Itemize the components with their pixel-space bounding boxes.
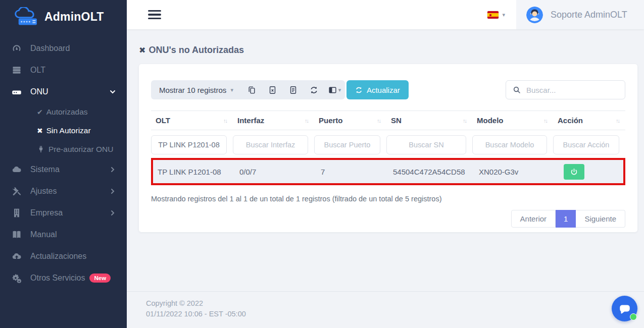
user-name: Soporte AdminOLT [551,10,627,20]
table-header-row: OLT↑↓ Interfaz↑↓ Puerto↑↓ SN↑↓ Modelo↑↓ … [151,111,625,130]
cloud-router-logo-icon [13,7,41,26]
new-badge: New [89,274,111,283]
user-menu[interactable]: Soporte AdminOLT [516,0,644,29]
sidebar-item-label: Otros Servicios [30,274,85,283]
columns-icon [328,86,337,94]
sidebar-item-label: Ajustes [30,187,57,196]
sidebar-item-label: OLT [30,66,45,75]
chevron-right-icon [110,210,116,216]
chevron-down-icon [110,89,116,95]
spain-flag-icon [487,11,499,19]
sidebar-item-label: Manual [30,230,57,239]
chat-widget-button[interactable] [612,296,637,321]
language-selector[interactable]: ▾ [476,0,516,29]
sidebar-item-pre-autorizar-onu[interactable]: Pre-autorizar ONU [0,140,127,158]
gauge-icon [11,43,22,53]
refresh-icon [355,86,363,94]
table-search [506,80,625,99]
column-header-puerto[interactable]: Puerto↑↓ [314,111,386,130]
export-excel-button[interactable] [262,80,283,99]
app-window: AdminOLT Dashboard OLT ONU [0,0,644,328]
filter-input-modelo[interactable] [472,135,547,154]
sort-icon: ↑↓ [616,118,619,124]
power-icon [570,168,578,176]
cell-accion [555,164,623,180]
brand-name: AdminOLT [44,10,104,24]
column-header-modelo[interactable]: Modelo↑↓ [472,111,553,130]
excel-file-icon [268,86,277,94]
cell-modelo: XN020-G3v [474,168,555,176]
caret-down-icon: ▾ [502,12,505,18]
menu-toggle-icon[interactable] [148,8,161,22]
tools-icon [11,186,22,196]
filter-input-olt[interactable] [151,135,227,154]
actualizar-button[interactable]: Actualizar [346,80,409,99]
book-icon [11,229,22,240]
page-title: ✖ ONU's no Autorizadas [139,45,632,56]
sidebar-item-label: Sistema [30,165,60,174]
column-header-sn[interactable]: SN↑↓ [386,111,472,130]
sidebar-item-label: Dashboard [30,44,70,53]
page-length-dropdown[interactable]: Mostrar 10 registros ▾ [151,86,241,94]
sort-icon: ↑↓ [377,118,380,124]
table-filter-row [151,135,625,154]
sidebar-item-sistema[interactable]: Sistema [0,158,127,180]
sidebar-item-autorizadas[interactable]: ✔ Autorizadas [0,102,127,121]
sort-icon: ↑↓ [543,118,547,124]
filter-input-sn[interactable] [386,135,466,154]
table-row[interactable]: TP LINK P1201-08 0/0/7 7 54504C472A54CD5… [153,160,623,183]
search-icon [513,86,521,94]
sidebar-item-label: Pre-autorizar ONU [48,145,113,154]
cell-olt: TP LINK P1201-08 [153,168,235,176]
brand-logo[interactable]: AdminOLT [0,0,127,33]
sort-icon: ↑↓ [463,118,466,124]
sidebar-item-manual[interactable]: Manual [0,224,127,245]
reload-table-button[interactable] [304,80,324,99]
export-file-button[interactable] [283,80,304,99]
sidebar-item-label: Actualizaciones [30,252,86,261]
pagination-next-button[interactable]: Siguiente [576,210,625,228]
sidebar-nav: Dashboard OLT ONU ✔ Autorizadas [0,37,127,289]
search-input[interactable] [506,80,625,99]
cell-puerto: 7 [316,168,388,176]
column-header-interfaz[interactable]: Interfaz↑↓ [233,111,314,130]
caret-down-icon: ▾ [338,87,341,93]
chevron-right-icon [110,188,116,194]
sidebar-item-label: ONU [30,87,48,96]
sidebar-item-onu[interactable]: ONU [0,81,127,102]
toolbar-button-group: Mostrar 10 registros ▾ [151,80,345,99]
sidebar-item-label: Empresa [30,208,63,217]
plug-icon [37,145,45,153]
filter-input-accion[interactable] [553,135,619,154]
sidebar: AdminOLT Dashboard OLT ONU [0,0,127,328]
pagination-page-1[interactable]: 1 [556,210,576,228]
gears-icon [11,272,22,283]
table-card: Mostrar 10 registros ▾ [139,64,637,232]
column-visibility-button[interactable]: ▾ [324,80,345,99]
sidebar-item-sin-autorizar[interactable]: ✖ Sin Autorizar [0,121,127,140]
sidebar-item-actualizaciones[interactable]: Actualizaciones [0,245,127,267]
footer: Copyright © 2022 01/11/2022 10:06 - EST … [127,291,644,328]
sidebar-item-dashboard[interactable]: Dashboard [0,37,127,59]
check-icon: ✔ [37,108,43,116]
sort-icon: ↑↓ [223,118,227,124]
sidebar-item-olt[interactable]: OLT [0,59,127,81]
timestamp-text: 01/11/2022 10:06 - EST -05:00 [146,309,644,319]
authorize-onu-button[interactable] [564,164,584,180]
top-header: ▾ Soporte AdminOLT [127,0,644,29]
sidebar-item-otros-servicios[interactable]: Otros Servicios New [0,267,127,289]
main-content: ✖ ONU's no Autorizadas Mostrar 10 regist… [127,29,644,328]
sidebar-item-ajustes[interactable]: Ajustes [0,180,127,202]
copy-button[interactable] [241,80,262,99]
column-header-accion[interactable]: Acción↑↓ [553,111,625,130]
chat-bubble-icon [618,302,631,315]
server-icon [11,65,22,75]
pagination-prev-button[interactable]: Anterior [511,210,556,228]
column-header-olt[interactable]: OLT↑↓ [151,111,233,130]
pagination: Anterior 1 Siguiente [151,210,625,228]
filter-input-interfaz[interactable] [233,135,308,154]
filter-input-puerto[interactable] [314,135,380,154]
avatar [526,7,543,23]
sidebar-item-empresa[interactable]: Empresa [0,202,127,224]
highlight-annotation: TP LINK P1201-08 0/0/7 7 54504C472A54CD5… [151,158,625,185]
